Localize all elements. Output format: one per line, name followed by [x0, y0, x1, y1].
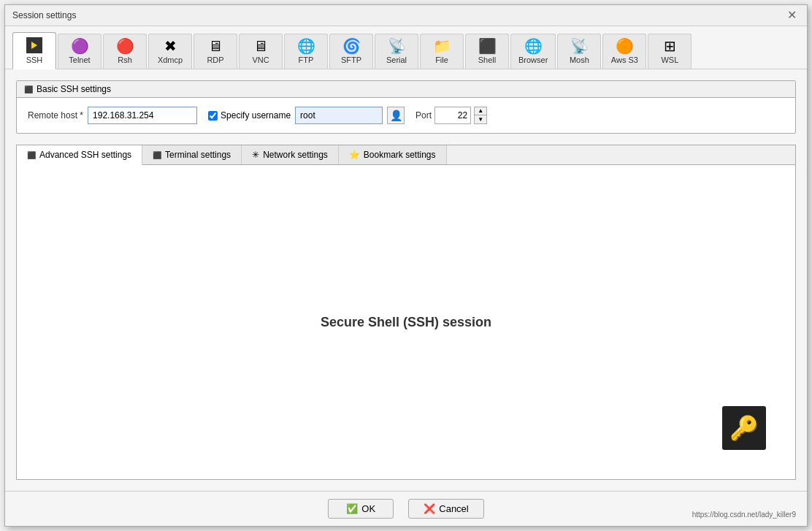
protocol-tab-xdmcp[interactable]: ✖ Xdmcp: [148, 34, 192, 69]
protocol-tab-browser-label: Browser: [518, 56, 548, 64]
protocol-bar: SSH 🟣 Telnet 🔴 Rsh ✖ Xdmcp 🖥 RDP 🖥 VNC 🌐…: [5, 26, 807, 69]
protocol-tab-sftp[interactable]: 🌀 SFTP: [329, 34, 373, 69]
wsl-icon: ⊞: [664, 39, 676, 53]
protocol-tab-rdp-label: RDP: [207, 56, 223, 64]
basic-settings-title: ⬛ Basic SSH settings: [17, 81, 795, 98]
specify-username-group: Specify username 👤: [208, 107, 405, 124]
footer: ✅ OK ❌ Cancel https://blog.csdn.net/lady…: [5, 491, 807, 526]
session-label: Secure Shell (SSH) session: [321, 315, 491, 330]
browser-icon: 🌐: [524, 39, 543, 53]
title-bar: Session settings ✕: [5, 5, 807, 26]
ssh-icon: [26, 37, 42, 53]
port-input[interactable]: [434, 107, 471, 124]
protocol-tab-awss3[interactable]: 🟠 Aws S3: [602, 34, 646, 69]
basic-settings-body: Remote host * Specify username 👤 Port ▲: [17, 98, 795, 133]
cancel-icon: ❌: [424, 503, 435, 514]
remote-host-label: Remote host *: [28, 110, 83, 121]
protocol-tab-wsl[interactable]: ⊞ WSL: [648, 34, 692, 69]
terminal-icon: ⬛: [153, 151, 161, 159]
protocol-tab-ftp[interactable]: 🌐 FTP: [284, 34, 328, 69]
protocol-tab-telnet[interactable]: 🟣 Telnet: [58, 34, 102, 69]
protocol-tab-awss3-label: Aws S3: [611, 56, 638, 64]
tab-advanced-ssh-label: Advanced SSH settings: [39, 150, 131, 160]
ok-label: OK: [361, 503, 375, 514]
specify-username-label: Specify username: [221, 110, 291, 121]
protocol-tab-vnc[interactable]: 🖥 VNC: [239, 34, 283, 69]
cancel-button[interactable]: ❌ Cancel: [408, 499, 483, 519]
port-increment-button[interactable]: ▲: [475, 107, 486, 115]
ftp-icon: 🌐: [297, 39, 315, 53]
tab-network-label: Network settings: [263, 150, 328, 160]
protocol-tab-shell-label: Shell: [478, 56, 496, 64]
dialog-title: Session settings: [12, 10, 76, 20]
serial-icon: 📡: [388, 39, 406, 53]
protocol-tab-sftp-label: SFTP: [341, 56, 361, 64]
protocol-tab-xdmcp-label: Xdmcp: [158, 56, 183, 64]
port-label: Port: [415, 110, 432, 121]
protocol-tab-wsl-label: WSL: [661, 56, 678, 64]
advanced-ssh-icon: ⬛: [27, 151, 36, 159]
basic-settings-label: Basic SSH settings: [37, 84, 111, 94]
user-picker-button[interactable]: 👤: [387, 107, 405, 124]
protocol-tab-vnc-label: VNC: [252, 56, 269, 64]
basic-settings-group: ⬛ Basic SSH settings Remote host * Speci…: [16, 80, 796, 134]
bookmark-icon: ⭐: [349, 150, 360, 160]
port-spinner: ▲ ▼: [474, 107, 487, 124]
username-input[interactable]: [295, 107, 383, 124]
telnet-icon: 🟣: [71, 39, 89, 53]
basic-settings-icon: ⬛: [24, 85, 33, 93]
port-decrement-button[interactable]: ▼: [475, 115, 486, 123]
protocol-tab-ftp-label: FTP: [299, 56, 314, 64]
protocol-tab-rsh-label: Rsh: [118, 56, 132, 64]
ok-button[interactable]: ✅ OK: [328, 499, 394, 519]
protocol-tab-ssh-label: SSH: [26, 56, 43, 64]
rdp-icon: 🖥: [208, 39, 223, 53]
tab-terminal-label: Terminal settings: [165, 150, 231, 160]
awss3-icon: 🟠: [616, 39, 634, 53]
session-settings-dialog: Session settings ✕ SSH 🟣 Telnet 🔴 Rsh ✖ …: [4, 4, 808, 527]
main-content: ⬛ Basic SSH settings Remote host * Speci…: [5, 69, 807, 491]
protocol-tab-telnet-label: Telnet: [69, 56, 90, 64]
protocol-tab-file[interactable]: 📁 File: [420, 34, 464, 69]
tab-bookmark-label: Bookmark settings: [364, 150, 436, 160]
shell-icon: ⬛: [478, 39, 497, 53]
network-icon: ✳: [252, 150, 259, 160]
protocol-tab-mosh-label: Mosh: [570, 56, 589, 64]
protocol-tab-browser[interactable]: 🌐 Browser: [510, 34, 556, 69]
protocol-tab-rsh[interactable]: 🔴 Rsh: [103, 34, 147, 69]
sftp-icon: 🌀: [342, 39, 361, 53]
inner-tabs-container: ⬛ Advanced SSH settings ⬛ Terminal setti…: [16, 145, 796, 480]
xdmcp-icon: ✖: [164, 39, 177, 53]
mosh-icon: 📡: [570, 39, 589, 53]
cancel-label: Cancel: [439, 503, 468, 514]
rsh-icon: 🔴: [116, 39, 134, 53]
protocol-tab-mosh[interactable]: 📡 Mosh: [557, 34, 601, 69]
key-icon: 🔑: [729, 414, 759, 442]
protocol-tab-ssh[interactable]: SSH: [12, 32, 56, 69]
specify-username-checkbox-label[interactable]: Specify username: [208, 110, 291, 121]
tab-bookmark[interactable]: ⭐ Bookmark settings: [339, 145, 447, 164]
tab-advanced-ssh[interactable]: ⬛ Advanced SSH settings: [17, 145, 142, 165]
tab-content-area: Secure Shell (SSH) session 🔑: [17, 165, 795, 479]
inner-tabs-bar: ⬛ Advanced SSH settings ⬛ Terminal setti…: [17, 145, 795, 165]
tab-terminal[interactable]: ⬛ Terminal settings: [142, 145, 242, 164]
protocol-tab-rdp[interactable]: 🖥 RDP: [194, 34, 237, 69]
port-group: Port ▲ ▼: [415, 107, 487, 124]
vnc-icon: 🖥: [253, 39, 268, 53]
protocol-tab-serial-label: Serial: [386, 56, 407, 64]
footer-url: https://blog.csdn.net/lady_killer9: [692, 511, 796, 519]
protocol-tab-serial[interactable]: 📡 Serial: [375, 34, 418, 69]
tab-network[interactable]: ✳ Network settings: [242, 145, 339, 164]
remote-host-group: Remote host *: [28, 107, 197, 124]
protocol-tab-shell[interactable]: ⬛ Shell: [465, 34, 509, 69]
close-button[interactable]: ✕: [784, 9, 800, 21]
remote-host-input[interactable]: [88, 107, 197, 124]
ok-icon: ✅: [346, 503, 358, 514]
protocol-tab-file-label: File: [435, 56, 448, 64]
key-icon-box: 🔑: [722, 406, 766, 450]
file-icon: 📁: [433, 39, 451, 53]
specify-username-checkbox[interactable]: [208, 111, 218, 121]
